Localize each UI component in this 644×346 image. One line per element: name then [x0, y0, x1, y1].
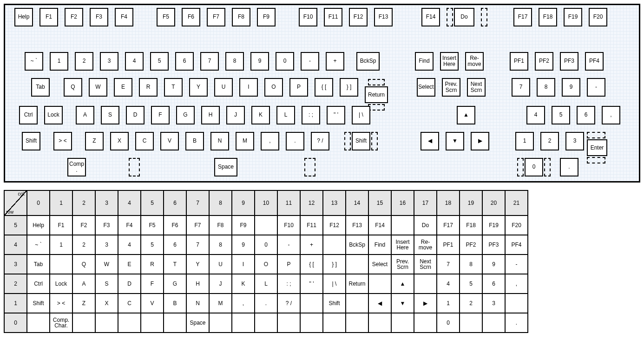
key-a[interactable]: A	[76, 106, 94, 124]
key-f17[interactable]: F17	[513, 8, 532, 26]
key-v[interactable]: V	[160, 132, 179, 150]
key-comma[interactable]: ,	[261, 132, 279, 150]
key-l[interactable]: L	[276, 106, 295, 124]
key-period[interactable]: .	[286, 132, 304, 150]
key-5[interactable]: 5	[150, 52, 169, 71]
key-r[interactable]: R	[139, 78, 158, 97]
key-f14[interactable]: F14	[421, 8, 440, 26]
key-f20[interactable]: F20	[589, 8, 607, 26]
key-e[interactable]: E	[114, 78, 132, 97]
key-f[interactable]: F	[151, 106, 170, 124]
key-h[interactable]: H	[201, 106, 220, 124]
key-tab[interactable]: Tab	[31, 78, 50, 97]
key-f1[interactable]: F1	[39, 8, 58, 26]
key-d[interactable]: D	[126, 106, 145, 124]
key-help[interactable]: Help	[14, 8, 33, 26]
key-i[interactable]: I	[239, 78, 258, 97]
key-num-8[interactable]: 8	[537, 78, 555, 97]
key-f6[interactable]: F6	[182, 8, 200, 26]
key-num-minus[interactable]: -	[587, 78, 605, 97]
key-g[interactable]: G	[176, 106, 195, 124]
key-q[interactable]: Q	[64, 78, 82, 97]
key-1[interactable]: 1	[50, 52, 68, 71]
key-8[interactable]: 8	[225, 52, 244, 71]
key-lock[interactable]: Lock	[44, 106, 63, 124]
key-t[interactable]: T	[164, 78, 183, 97]
key-num-0[interactable]: 0	[525, 158, 543, 176]
key-num-comma[interactable]: ,	[602, 106, 620, 124]
key-k[interactable]: K	[251, 106, 270, 124]
key-backspace[interactable]: BckSp	[356, 52, 380, 71]
key-enter[interactable]: Enter	[587, 132, 607, 163]
key-3[interactable]: 3	[100, 52, 118, 71]
key-z[interactable]: Z	[85, 132, 104, 150]
key-j[interactable]: J	[226, 106, 245, 124]
key-space[interactable]: Space	[214, 158, 237, 176]
key-s[interactable]: S	[101, 106, 119, 124]
key-num-1[interactable]: 1	[515, 132, 534, 150]
key-6[interactable]: 6	[175, 52, 194, 71]
key-f8[interactable]: F8	[232, 8, 250, 26]
key-num-6[interactable]: 6	[577, 106, 595, 124]
key-9[interactable]: 9	[250, 52, 269, 71]
key-f7[interactable]: F7	[207, 8, 225, 26]
key-num-5[interactable]: 5	[552, 106, 570, 124]
key-num-2[interactable]: 2	[540, 132, 559, 150]
key-pf3[interactable]: PF3	[560, 52, 578, 71]
key-f18[interactable]: F18	[539, 8, 557, 26]
key-angle[interactable]: > <	[53, 132, 72, 150]
key-4[interactable]: 4	[125, 52, 144, 71]
key-f11[interactable]: F11	[324, 8, 342, 26]
key-pf2[interactable]: PF2	[535, 52, 553, 71]
key-find[interactable]: Find	[415, 52, 434, 71]
key-x[interactable]: X	[110, 132, 129, 150]
key-backslash[interactable]: | \	[352, 106, 370, 124]
key-f5[interactable]: F5	[157, 8, 175, 26]
key-bracket-open[interactable]: { [	[315, 78, 333, 97]
key-arrow-right[interactable]: ▶	[471, 132, 489, 150]
key-p[interactable]: P	[289, 78, 308, 97]
key-f2[interactable]: F2	[65, 8, 83, 26]
key-arrow-left[interactable]: ◀	[421, 132, 439, 150]
key-num-3[interactable]: 3	[565, 132, 584, 150]
key-bracket-close[interactable]: } ]	[340, 78, 358, 97]
key-quote[interactable]: " '	[327, 106, 345, 124]
key-y[interactable]: Y	[189, 78, 208, 97]
key-insert-here[interactable]: Insert Here	[440, 52, 459, 71]
key-slash[interactable]: ? /	[311, 132, 329, 150]
key-comp[interactable]: Comp .	[67, 158, 86, 176]
key-semicolon[interactable]: : ;	[302, 106, 320, 124]
key-f13[interactable]: F13	[374, 8, 393, 26]
key-ctrl[interactable]: Ctrl	[19, 106, 38, 124]
key-num-9[interactable]: 9	[562, 78, 580, 97]
key-shift-right[interactable]: Shift	[352, 132, 370, 150]
key-select[interactable]: Select	[417, 78, 435, 97]
key-b[interactable]: B	[185, 132, 204, 150]
key-f10[interactable]: F10	[299, 8, 317, 26]
key-do[interactable]: Do	[454, 8, 474, 26]
key-w[interactable]: W	[89, 78, 107, 97]
key-f12[interactable]: F12	[349, 8, 368, 26]
key-shift-left[interactable]: Shift	[22, 132, 40, 150]
key-next-scrn[interactable]: Next Scrn	[467, 78, 486, 97]
key-pf4[interactable]: PF4	[585, 52, 604, 71]
key-plus[interactable]: +	[326, 52, 344, 71]
key-minus[interactable]: -	[301, 52, 319, 71]
key-2[interactable]: 2	[75, 52, 93, 71]
key-num-7[interactable]: 7	[512, 78, 530, 97]
key-m[interactable]: M	[236, 132, 254, 150]
key-7[interactable]: 7	[200, 52, 219, 71]
key-num-4[interactable]: 4	[526, 106, 545, 124]
key-f9[interactable]: F9	[257, 8, 276, 26]
key-arrow-down[interactable]: ▼	[446, 132, 464, 150]
key-f3[interactable]: F3	[90, 8, 108, 26]
key-prev-scrn[interactable]: Prev. Scrn	[442, 78, 460, 97]
key-o[interactable]: O	[264, 78, 283, 97]
key-tilde[interactable]: ~ `	[25, 52, 43, 71]
key-0[interactable]: 0	[276, 52, 294, 71]
key-c[interactable]: C	[135, 132, 154, 150]
key-f4[interactable]: F4	[115, 8, 133, 26]
key-arrow-up[interactable]: ▲	[457, 106, 475, 124]
key-num-dot[interactable]: .	[560, 158, 578, 176]
key-u[interactable]: U	[214, 78, 233, 97]
